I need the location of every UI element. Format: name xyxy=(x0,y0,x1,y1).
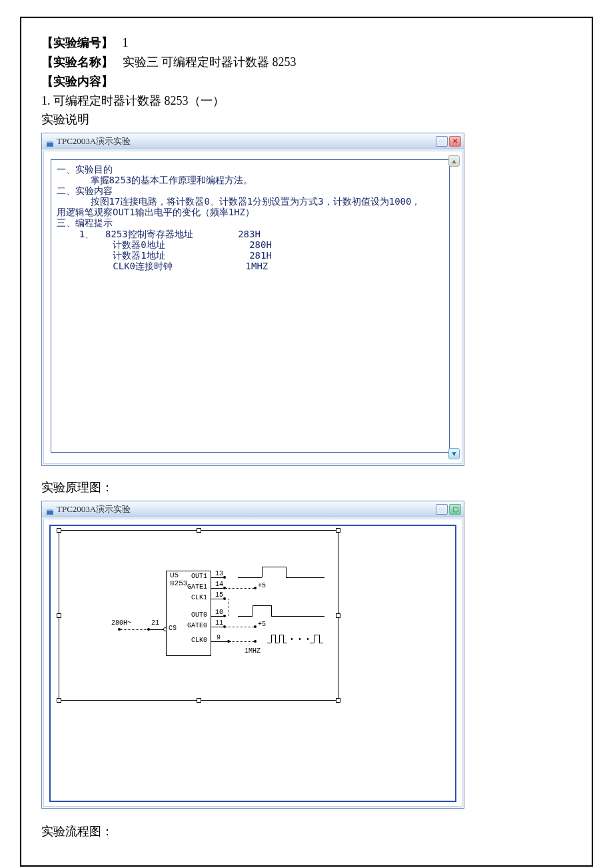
pin-number: 14 xyxy=(215,581,223,588)
exp-name-label: 【实验名称】 xyxy=(41,55,113,69)
pin-label: GATE1 xyxy=(187,584,207,591)
chip-ref: U5 xyxy=(170,572,179,579)
app-window-2: TPC2003A演示实验 ⋯ ▢ xyxy=(41,501,464,809)
text-line: CLK0连接时钟 1MHZ xyxy=(57,261,444,271)
pin-label: CLK1 xyxy=(191,595,207,601)
experiment-text-panel: 一、实验目的 掌握8253的基本工作原理和编程方法。 二、实验内容 按图17连接… xyxy=(51,159,450,453)
pin-number: 10 xyxy=(215,609,223,616)
pin-number: 15 xyxy=(215,592,223,599)
cs-addr-label: 280H~ xyxy=(111,620,131,627)
exp-number-value: 1 xyxy=(123,36,129,49)
flowchart-label: 实验流程图： xyxy=(41,823,572,839)
text-line: 二、实验内容 xyxy=(57,185,444,196)
exp-name-line: 【实验名称】 实验三 可编程定时器计数器 8253 xyxy=(41,54,572,70)
supply-label: +5 xyxy=(258,621,266,628)
minimize-button[interactable]: ⋯ xyxy=(436,136,448,147)
svg-rect-3 xyxy=(47,509,53,511)
maximize-button[interactable]: ▢ xyxy=(449,504,461,515)
exp-number-label: 【实验编号】 xyxy=(41,36,113,49)
window-title: TPC2003A演示实验 xyxy=(57,135,436,147)
pin-number: 9 xyxy=(217,635,221,641)
text-line: 计数器1地址 281H xyxy=(57,250,444,261)
exp-name-value: 实验三 可编程定时器计数器 8253 xyxy=(123,55,297,69)
chip-part: 8253 xyxy=(170,580,187,587)
scroll-up-button[interactable]: ▲ xyxy=(448,155,460,167)
text-line: 用逻辑笔观察OUT1输出电平的变化（频率1HZ） xyxy=(57,207,444,217)
app-icon xyxy=(46,505,54,513)
cs-pin-number: 21 xyxy=(151,620,159,627)
page-frame: 【实验编号】 1 【实验名称】 实验三 可编程定时器计数器 8253 【实验内容… xyxy=(20,17,593,867)
titlebar[interactable]: TPC2003A演示实验 ⋯ ▢ xyxy=(42,501,464,517)
svg-rect-2 xyxy=(47,511,53,515)
text-line: 1、 8253控制寄存器地址 283H xyxy=(57,229,444,239)
app-icon xyxy=(46,137,54,145)
pin-number: 11 xyxy=(215,620,223,627)
app-window-1: TPC2003A演示实验 ⋯ ✕ 一、实验目的 掌握8253的基本工作原理和编程… xyxy=(41,133,464,466)
pin-number: 13 xyxy=(215,571,223,577)
window-body: U5 8253 OUT1 13 GATE1 14 xyxy=(43,519,462,807)
exp-content-line: 【实验内容】 xyxy=(41,73,572,89)
titlebar[interactable]: TPC2003A演示实验 ⋯ ✕ xyxy=(42,133,464,149)
schematic-panel: U5 8253 OUT1 13 GATE1 14 xyxy=(49,525,456,802)
window-body: 一、实验目的 掌握8253的基本工作原理和编程方法。 二、实验内容 按图17连接… xyxy=(43,151,462,464)
desc-label: 实验说明 xyxy=(41,111,572,127)
exp-number-line: 【实验编号】 1 xyxy=(41,35,572,51)
text-line: 掌握8253的基本工作原理和编程方法。 xyxy=(57,175,444,185)
close-button[interactable]: ✕ xyxy=(449,136,461,147)
pin-label: GATE0 xyxy=(187,623,207,629)
exp-content-label: 【实验内容】 xyxy=(41,75,113,88)
scroll-down-button[interactable]: ▼ xyxy=(448,448,460,459)
schematic-stage: U5 8253 OUT1 13 GATE1 14 xyxy=(59,530,338,701)
text-line: 三、编程提示 xyxy=(57,217,444,228)
pin-label: OUT0 xyxy=(191,612,207,619)
window-controls: ⋯ ▢ xyxy=(436,504,462,515)
supply-label: +5 xyxy=(258,583,266,589)
text-line: 计数器0地址 280H xyxy=(57,239,444,250)
window-title: TPC2003A演示实验 xyxy=(57,503,436,515)
cs-pin-name: CS xyxy=(169,625,177,632)
svg-rect-0 xyxy=(47,143,53,147)
clock-label: 1MHZ xyxy=(245,648,261,655)
ellipsis: • • • xyxy=(290,637,310,643)
pin-label: CLK0 xyxy=(191,637,207,644)
window-controls: ⋯ ✕ xyxy=(436,136,462,147)
minimize-button[interactable]: ⋯ xyxy=(436,504,448,515)
pin-label: OUT1 xyxy=(191,573,207,580)
content-item-1: 1. 可编程定时器计数器 8253（一） xyxy=(41,93,572,109)
principle-label: 实验原理图： xyxy=(41,479,572,495)
text-line: 一、实验目的 xyxy=(57,164,444,175)
text-line: 按图17连接电路，将计数器0、计数器1分别设置为方式3，计数初值设为1000， xyxy=(57,196,444,207)
svg-rect-1 xyxy=(47,141,53,143)
